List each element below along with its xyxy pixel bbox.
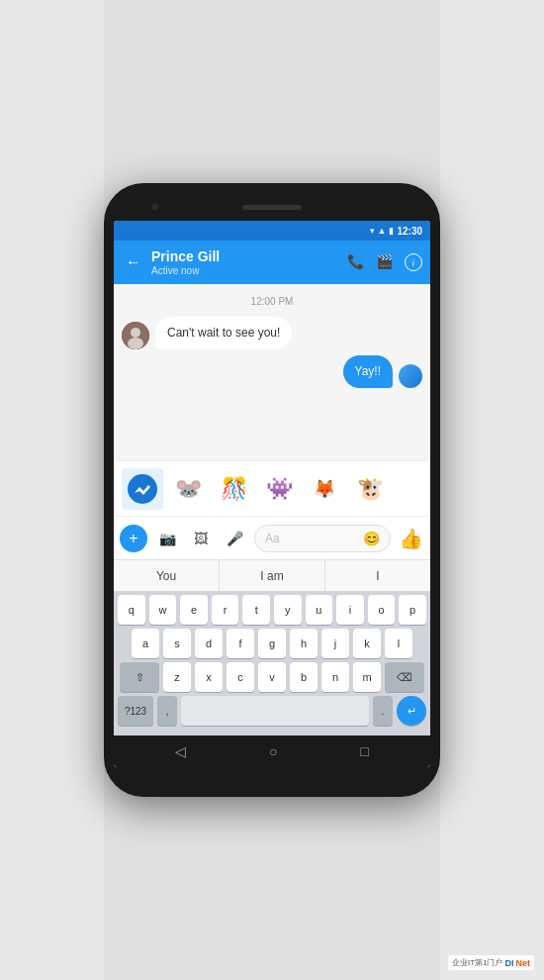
message-row-received: Can't wait to see you! — [122, 317, 422, 349]
svg-point-2 — [128, 338, 143, 349]
nav-back-button[interactable]: ◁ — [175, 743, 186, 759]
video-icon[interactable]: 🎬 — [376, 253, 393, 271]
key-p[interactable]: p — [399, 595, 426, 625]
key-enter[interactable]: ↵ — [397, 696, 426, 726]
nav-home-button[interactable]: ○ — [269, 743, 277, 759]
key-m[interactable]: m — [353, 662, 381, 692]
key-w[interactable]: w — [149, 595, 177, 625]
bottom-nav-bar: ◁ ○ □ — [114, 735, 430, 767]
key-d[interactable]: d — [195, 629, 223, 658]
sticker-party[interactable]: 🎊 — [213, 468, 254, 510]
svg-point-1 — [131, 328, 140, 338]
sticker-minion[interactable]: 👾 — [258, 468, 300, 510]
watermark: 企业IT第1门户 DI Net — [448, 955, 534, 970]
wifi-icon: ▾ — [370, 226, 375, 236]
keyboard: q w e r t y u i o p a s d f g — [114, 591, 430, 735]
key-s[interactable]: s — [163, 629, 191, 658]
key-period[interactable]: . — [373, 696, 393, 726]
info-icon[interactable]: i — [405, 253, 422, 271]
key-g[interactable]: g — [258, 629, 286, 658]
key-shift[interactable]: ⇧ — [120, 662, 159, 692]
watermark-net: Net — [515, 958, 530, 968]
watermark-di: DI — [504, 958, 513, 968]
back-button[interactable]: ← — [122, 249, 145, 275]
key-a[interactable]: a — [132, 629, 159, 658]
input-bar: + 📷 🖼 🎤 Aa 😊 👍 — [114, 516, 430, 559]
sent-message-bubble: Yay!! — [343, 355, 393, 388]
key-v[interactable]: v — [258, 662, 286, 692]
key-q[interactable]: q — [118, 595, 145, 625]
phone-top-bar — [114, 197, 430, 217]
sticker-cow[interactable]: 🐮 — [349, 468, 391, 510]
autocomplete-iam[interactable]: I am — [220, 560, 325, 591]
status-icons: ▾ ▲ ▮ 12:30 — [370, 226, 423, 237]
message-input-placeholder: Aa — [265, 532, 359, 545]
key-e[interactable]: e — [180, 595, 208, 625]
call-icon[interactable]: 📞 — [347, 253, 364, 271]
sent-avatar — [399, 364, 422, 388]
key-num-switch[interactable]: ?123 — [118, 696, 153, 726]
key-comma[interactable]: , — [157, 696, 177, 726]
phone-screen: ▾ ▲ ▮ 12:30 ← Prince Gill Active now 📞 🎬… — [114, 221, 430, 767]
watermark-text: 企业IT第1门户 — [452, 957, 503, 968]
status-bar: ▾ ▲ ▮ 12:30 — [114, 221, 430, 241]
key-k[interactable]: k — [353, 629, 381, 658]
key-j[interactable]: j — [321, 629, 349, 658]
received-message-bubble: Can't wait to see you! — [155, 317, 292, 349]
add-button[interactable]: + — [120, 525, 147, 552]
keyboard-row-1: q w e r t y u i o p — [118, 595, 426, 625]
phone-frame: ▾ ▲ ▮ 12:30 ← Prince Gill Active now 📞 🎬… — [104, 183, 440, 797]
contact-info: Prince Gill Active now — [151, 248, 341, 276]
text-input-wrapper[interactable]: Aa 😊 — [254, 525, 391, 552]
phone-speaker — [242, 205, 302, 210]
key-r[interactable]: r — [212, 595, 239, 625]
chat-header: ← Prince Gill Active now 📞 🎬 i — [114, 241, 430, 284]
key-o[interactable]: o — [368, 595, 396, 625]
key-u[interactable]: u — [306, 595, 333, 625]
contact-status: Active now — [151, 265, 341, 276]
autocomplete-bar: You I am I — [114, 559, 430, 591]
key-f[interactable]: f — [227, 629, 254, 658]
camera-button[interactable]: 📷 — [153, 525, 181, 552]
sticker-mouse[interactable]: 🐭 — [167, 468, 209, 510]
battery-icon: ▮ — [389, 226, 394, 236]
phone-camera — [151, 204, 158, 211]
keyboard-row-4: ?123 , . ↵ — [118, 696, 426, 726]
keyboard-row-2: a s d f g h j k l — [118, 629, 426, 658]
key-backspace[interactable]: ⌫ — [385, 662, 424, 692]
message-row-sent: Yay!! — [122, 355, 422, 388]
key-space[interactable] — [181, 696, 369, 726]
key-y[interactable]: y — [274, 595, 302, 625]
avatar-image — [122, 322, 149, 349]
key-z[interactable]: z — [163, 662, 191, 692]
svg-point-3 — [128, 474, 157, 504]
keyboard-row-3: ⇧ z x c v b n m ⌫ — [118, 662, 426, 692]
sticker-messenger[interactable] — [122, 468, 163, 510]
key-c[interactable]: c — [227, 662, 254, 692]
key-n[interactable]: n — [321, 662, 349, 692]
sender-avatar — [122, 322, 149, 349]
image-button[interactable]: 🖼 — [187, 525, 215, 552]
key-x[interactable]: x — [195, 662, 223, 692]
autocomplete-you[interactable]: You — [114, 560, 220, 591]
chat-area: 12:00 PM Can't wait to see you! — [114, 284, 430, 460]
header-actions: 📞 🎬 i — [347, 253, 422, 271]
contact-name: Prince Gill — [151, 248, 341, 265]
sticker-row: 🐭 🎊 👾 🦊 🐮 — [114, 460, 430, 516]
signal-icon: ▲ — [378, 226, 387, 236]
nav-recent-button[interactable]: □ — [361, 743, 369, 759]
status-time: 12:30 — [397, 226, 422, 237]
sticker-character[interactable]: 🦊 — [304, 468, 345, 510]
key-b[interactable]: b — [290, 662, 317, 692]
mic-button[interactable]: 🎤 — [221, 525, 248, 552]
autocomplete-i[interactable]: I — [325, 560, 430, 591]
emoji-button[interactable]: 😊 — [363, 531, 380, 546]
message-timestamp: 12:00 PM — [122, 296, 422, 307]
key-t[interactable]: t — [242, 595, 270, 625]
key-h[interactable]: h — [290, 629, 317, 658]
like-button[interactable]: 👍 — [397, 525, 424, 552]
key-l[interactable]: l — [385, 629, 412, 658]
key-i[interactable]: i — [336, 595, 364, 625]
